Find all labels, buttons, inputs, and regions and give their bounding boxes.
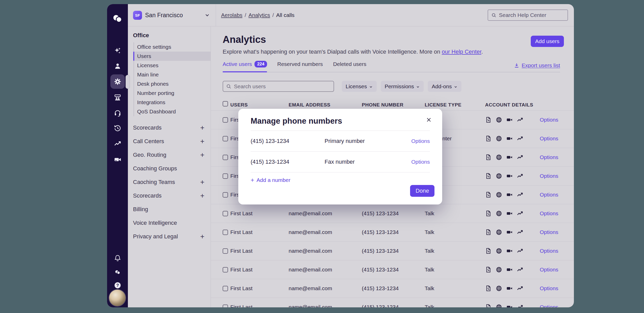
bell-icon[interactable] bbox=[112, 252, 123, 264]
sidebar-item-qos-dashboard[interactable]: QoS Dashboard bbox=[134, 107, 211, 116]
sidebar-item-desk-phones[interactable]: Desk phones bbox=[134, 79, 211, 89]
user-cell: First Last bbox=[230, 242, 252, 260]
sidebar-group-voice-intelligence[interactable]: Voice Intelligence bbox=[128, 216, 211, 230]
sidebar-item-main-line[interactable]: Main line bbox=[134, 70, 211, 79]
tab-reserved-numbers[interactable]: Reserved numbers bbox=[277, 61, 323, 72]
expand-plus-icon[interactable]: + bbox=[200, 124, 204, 132]
table-row: First Lastname@email.com(415) 123-1234Ta… bbox=[211, 223, 574, 241]
row-checkbox[interactable] bbox=[223, 117, 228, 123]
expand-plus-icon[interactable]: + bbox=[200, 151, 204, 159]
expand-plus-icon[interactable]: + bbox=[200, 137, 204, 145]
email-cell: name@email.com bbox=[289, 242, 332, 260]
expand-plus-icon[interactable]: + bbox=[200, 178, 204, 186]
sidebar-item-licenses[interactable]: Licenses bbox=[134, 61, 211, 70]
row-checkbox[interactable] bbox=[223, 248, 228, 254]
export-users-link[interactable]: Export users list bbox=[514, 62, 560, 69]
sidebar-group-geo-routing[interactable]: Geo. Routing+ bbox=[128, 148, 211, 162]
gear-icon[interactable] bbox=[112, 76, 123, 87]
globe-icon bbox=[496, 304, 502, 307]
row-options-button[interactable]: Options bbox=[540, 223, 558, 241]
row-checkbox[interactable] bbox=[223, 267, 228, 272]
select-all-checkbox[interactable] bbox=[223, 101, 228, 106]
sidebar-item-number-porting[interactable]: Number porting bbox=[134, 89, 211, 98]
sidebar-group-caoching-teams[interactable]: Caoching Teams+ bbox=[128, 175, 211, 189]
sidebar-collapse-handle[interactable] bbox=[126, 75, 130, 89]
sparkles-icon[interactable] bbox=[112, 45, 123, 56]
trend-icon[interactable] bbox=[112, 138, 123, 149]
help-icon[interactable]: ? bbox=[112, 280, 123, 291]
row-checkbox[interactable] bbox=[223, 136, 228, 141]
person-icon[interactable] bbox=[112, 61, 123, 72]
add-number-link[interactable]: + Add a number bbox=[251, 176, 290, 184]
phone-file-icon bbox=[485, 266, 492, 273]
video-icon[interactable] bbox=[112, 154, 123, 165]
svg-text:?: ? bbox=[116, 283, 119, 288]
row-options-button[interactable]: Options bbox=[540, 279, 558, 298]
tab-deleted-users[interactable]: Deleted users bbox=[333, 61, 366, 72]
sidebar-item-office-settings[interactable]: Office settings bbox=[134, 42, 211, 52]
user-avatar[interactable] bbox=[109, 290, 126, 306]
globe-icon bbox=[496, 135, 502, 142]
account-details-icons bbox=[485, 148, 523, 167]
trend-icon bbox=[517, 173, 523, 179]
camera-icon bbox=[506, 248, 513, 254]
workspace-selector[interactable]: SF San Francisco bbox=[128, 4, 216, 26]
caret-down-icon bbox=[454, 85, 458, 89]
phone-options-button[interactable]: Options bbox=[411, 138, 430, 144]
phone-number-type: Fax number bbox=[325, 159, 411, 165]
sidebar-group-billing[interactable]: Billing bbox=[128, 202, 211, 216]
expand-plus-icon[interactable]: + bbox=[200, 192, 204, 200]
sidebar-group-scorecards[interactable]: Scorecards+ bbox=[128, 189, 211, 202]
filter-add-ons-dropdown[interactable]: Add-ons bbox=[428, 81, 461, 92]
top-bar: SF San Francisco Aerolabs/Analytics/All … bbox=[128, 4, 574, 26]
manage-phone-numbers-dialog: Manage phone numbers (415) 123-1234Prima… bbox=[238, 109, 442, 204]
phone-options-button[interactable]: Options bbox=[411, 159, 430, 165]
row-checkbox[interactable] bbox=[223, 305, 228, 307]
license-cell: Talk bbox=[425, 279, 434, 298]
user-cell: First Last bbox=[230, 204, 252, 223]
row-options-button[interactable]: Options bbox=[540, 185, 558, 204]
tab-label: Active users bbox=[223, 61, 252, 67]
trend-icon bbox=[517, 154, 523, 161]
page-subtitle: Explore what's happening on your team's … bbox=[223, 48, 483, 55]
account-details-icons bbox=[485, 111, 523, 129]
sidebar-group-call-centers[interactable]: Call Centers+ bbox=[128, 134, 211, 148]
sidebar-group-scorecards[interactable]: Scorecards+ bbox=[128, 121, 211, 134]
headset-icon[interactable] bbox=[112, 107, 123, 119]
row-options-button[interactable]: Options bbox=[540, 111, 558, 129]
filter-licenses-dropdown[interactable]: Licenses bbox=[342, 81, 377, 92]
row-options-button[interactable]: Options bbox=[540, 260, 558, 279]
row-checkbox[interactable] bbox=[223, 155, 228, 160]
add-number-label: Add a number bbox=[257, 177, 290, 183]
sidebar-group-privacy-and-legal[interactable]: Privacy and Legal+ bbox=[128, 230, 211, 243]
row-options-button[interactable]: Options bbox=[540, 204, 558, 223]
history-icon[interactable] bbox=[112, 123, 123, 134]
row-checkbox[interactable] bbox=[223, 192, 228, 198]
close-icon[interactable] bbox=[424, 115, 433, 125]
help-search-input[interactable]: Search Help Center bbox=[488, 9, 568, 21]
people-icon[interactable] bbox=[112, 92, 123, 103]
sidebar-item-users[interactable]: Users bbox=[134, 52, 211, 61]
row-options-button[interactable]: Options bbox=[540, 167, 558, 185]
row-checkbox[interactable] bbox=[223, 286, 228, 291]
sidebar-group-coaching-groups[interactable]: Coaching Groups bbox=[128, 162, 211, 175]
row-checkbox[interactable] bbox=[223, 230, 228, 235]
row-options-button[interactable]: Options bbox=[540, 129, 558, 148]
users-search-input[interactable]: Search users bbox=[223, 81, 334, 92]
done-button[interactable]: Done bbox=[410, 185, 434, 197]
row-checkbox[interactable] bbox=[223, 211, 228, 216]
breadcrumb-link-aerolabs[interactable]: Aerolabs bbox=[221, 12, 242, 18]
row-checkbox[interactable] bbox=[223, 173, 228, 179]
row-options-button[interactable]: Options bbox=[540, 242, 558, 260]
row-options-button[interactable]: Options bbox=[540, 298, 558, 307]
help-center-link[interactable]: our Help Center bbox=[442, 48, 481, 55]
breadcrumb-link-analytics[interactable]: Analytics bbox=[249, 12, 270, 18]
dialpad-mini-icon[interactable] bbox=[112, 267, 123, 278]
row-options-button[interactable]: Options bbox=[540, 148, 558, 167]
table-row: First Lastname@email.com(415) 123-1234Ta… bbox=[211, 260, 574, 279]
sidebar-item-integrations[interactable]: Integrations bbox=[134, 98, 211, 107]
expand-plus-icon[interactable]: + bbox=[200, 232, 204, 241]
tab-active-users[interactable]: Active users224 bbox=[223, 61, 267, 72]
filter-permissions-dropdown[interactable]: Permissions bbox=[381, 81, 424, 92]
add-users-button[interactable]: Add users bbox=[531, 36, 564, 47]
